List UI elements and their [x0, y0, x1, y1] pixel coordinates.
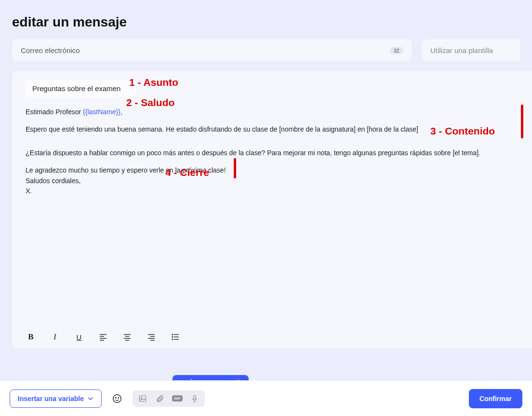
chevron-down-icon: [88, 396, 93, 402]
content-line-2: ¿Estaría dispuesto a hablar conmigo un p…: [26, 148, 518, 159]
top-row: Correo electrónico 32 Utilizar una plant…: [12, 40, 532, 71]
channel-label: Correo electrónico: [21, 46, 80, 54]
greeting-line: Estimado Profesor {{lastName}},: [26, 107, 518, 118]
subject-input[interactable]: Preguntas sobre el examen: [26, 80, 136, 97]
closing-line-1: Le agradezco mucho su tiempo y espero ve…: [26, 165, 518, 176]
bottom-bar: Insertar una variable GIF Confirmar: [0, 380, 532, 416]
svg-point-20: [118, 397, 119, 398]
svg-point-19: [115, 397, 116, 398]
list-button[interactable]: [170, 332, 181, 342]
gif-button[interactable]: GIF: [172, 393, 183, 404]
variable-lastname[interactable]: {{lastName}}: [83, 108, 120, 116]
svg-rect-21: [139, 396, 146, 402]
attachment-group: GIF: [133, 390, 205, 407]
paperclip-icon: [156, 394, 164, 403]
svg-rect-23: [194, 395, 196, 399]
channel-count-badge: 32: [390, 47, 403, 54]
italic-button[interactable]: I: [50, 332, 60, 342]
svg-point-18: [113, 394, 121, 403]
insert-variable-label: Insertar una variable: [18, 395, 84, 403]
svg-point-16: [172, 339, 173, 340]
insert-variable-button[interactable]: Insertar una variable: [10, 389, 102, 408]
align-right-button[interactable]: [146, 332, 157, 342]
confirm-button[interactable]: Confirmar: [469, 389, 522, 408]
align-center-button[interactable]: [122, 332, 133, 342]
greeting-pre: Estimado Profesor: [26, 108, 83, 116]
format-toolbar: B I U: [26, 332, 181, 342]
annotation-subject: 1 - Asunto: [129, 77, 178, 88]
align-left-button[interactable]: [98, 332, 108, 342]
page-title: editar un mensaje: [0, 0, 532, 40]
message-body[interactable]: Estimado Profesor {{lastName}}, Espero q…: [26, 107, 532, 197]
voice-button[interactable]: [189, 393, 200, 404]
image-icon: [138, 394, 147, 403]
greeting-post: ,: [120, 108, 122, 116]
gif-icon: GIF: [172, 395, 182, 402]
template-selector[interactable]: Utilizar una plantilla: [422, 40, 520, 61]
microphone-icon: [190, 394, 199, 403]
emoji-button[interactable]: [110, 392, 124, 405]
closing-line-2: Saludos cordiales,: [26, 176, 518, 187]
attachment-button[interactable]: [155, 393, 165, 404]
bold-button[interactable]: B: [26, 332, 36, 342]
editor-container: Preguntas sobre el examen Estimado Profe…: [12, 71, 532, 348]
channel-selector[interactable]: Correo electrónico 32: [12, 40, 412, 61]
smile-icon: [112, 393, 122, 404]
underline-button[interactable]: U: [74, 332, 84, 342]
content-line-1: Espero que esté teniendo una buena seman…: [26, 124, 518, 135]
closing-line-3: X.: [26, 186, 518, 197]
image-button[interactable]: [137, 393, 148, 404]
svg-point-14: [172, 336, 173, 337]
svg-point-12: [172, 334, 173, 335]
